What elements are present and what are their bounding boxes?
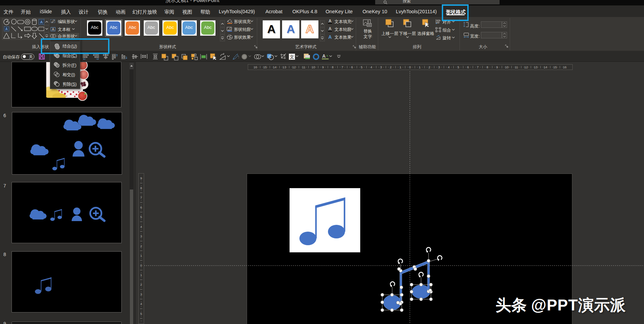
svg-text:x: x — [327, 54, 328, 57]
svg-text:A: A — [322, 53, 326, 59]
svg-text:A: A — [328, 34, 332, 40]
svg-text:A: A — [329, 19, 332, 23]
svg-text:A: A — [5, 27, 8, 31]
svg-text:A: A — [329, 26, 332, 31]
svg-text:A: A — [40, 20, 43, 24]
svg-text:文: 文 — [290, 54, 294, 59]
svg-text:A: A — [52, 28, 54, 31]
